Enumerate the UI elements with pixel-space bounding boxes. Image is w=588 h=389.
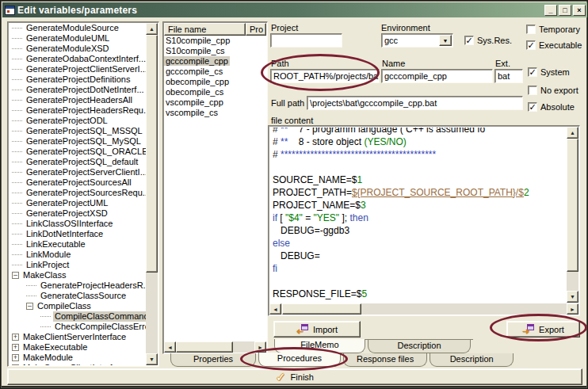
file-list-row[interactable]: gcccompile_cs bbox=[164, 67, 266, 77]
tree-item[interactable]: GenerateClassSource bbox=[9, 291, 146, 301]
file-content-editor[interactable]: # ** 7 - programm language ( C++ is assu… bbox=[268, 125, 580, 316]
tree-item[interactable]: CheckCompileClassError bbox=[9, 322, 146, 332]
checkbox-box[interactable] bbox=[526, 25, 536, 34]
full-path-field[interactable]: \projects\bat\gcccompile_cpp.bat bbox=[307, 96, 523, 110]
tree-item[interactable]: GenerateProjectHeadersR... bbox=[9, 280, 146, 291]
expand-icon[interactable]: + bbox=[12, 364, 19, 365]
path-field[interactable]: ROOT_PATH%/projects/bat bbox=[270, 69, 380, 83]
tree-item[interactable]: LinkModule bbox=[9, 250, 146, 260]
tree-item[interactable]: –MakeClass bbox=[9, 270, 146, 280]
tree-item[interactable]: GenerateOdabaContextInterf... bbox=[9, 54, 146, 64]
tree-scroll-down-icon[interactable]: ▼ bbox=[146, 353, 158, 365]
checkbox-sys-res[interactable]: ✓Sys.Res. bbox=[464, 36, 512, 45]
code-scroll-left-icon[interactable]: ◄ bbox=[269, 303, 281, 315]
checkbox-box[interactable]: ✓ bbox=[464, 36, 474, 45]
tree-item[interactable]: GenerateProjectUML bbox=[9, 198, 146, 208]
code-viewport[interactable]: # ** 7 - programm language ( C++ is assu… bbox=[270, 128, 566, 302]
file-list-row[interactable]: S10compile_cs bbox=[164, 46, 266, 56]
filelist-scroll-right-icon[interactable]: ► bbox=[254, 341, 266, 353]
tree-item[interactable]: CompileClassCommand bbox=[9, 311, 146, 322]
expand-icon[interactable]: + bbox=[12, 334, 19, 341]
file-list-row[interactable]: vscompile_cpp bbox=[164, 97, 266, 108]
checkbox-absolute[interactable]: ✓Absolute bbox=[528, 102, 575, 112]
checkbox-box[interactable] bbox=[528, 86, 537, 95]
finish-button[interactable]: ✓ Finish bbox=[7, 368, 582, 385]
tree-item[interactable]: GenerateProjectODL bbox=[9, 116, 146, 126]
tree-connector bbox=[12, 193, 22, 193]
tree-item[interactable]: –CompileClass bbox=[9, 301, 146, 311]
tab-properties[interactable]: Properties bbox=[170, 353, 256, 367]
tree-item[interactable]: GenerateModuleSource bbox=[9, 23, 146, 33]
tree-item[interactable]: GenerateProjectSQL_ORACLE bbox=[9, 147, 146, 157]
column-header-file-name[interactable]: File name bbox=[164, 23, 246, 36]
tree-item[interactable]: GenerateProjectClientServerI... bbox=[9, 64, 146, 74]
tree-item[interactable]: GenerateProjectSQL_MySQL bbox=[9, 136, 146, 147]
checkbox-executable[interactable]: ✓Executable bbox=[526, 40, 582, 50]
filelist-scroll-thumb[interactable] bbox=[176, 341, 233, 353]
tab-response-files[interactable]: Response files bbox=[343, 353, 427, 367]
import-button[interactable]: ➜ Import bbox=[273, 321, 361, 338]
tab-procedures[interactable]: Procedures bbox=[258, 353, 341, 367]
environment-dropdown-icon[interactable]: ▼ bbox=[439, 35, 452, 46]
tree-item[interactable]: GenerateProjectXSD bbox=[9, 208, 146, 219]
file-list[interactable]: File name Pro S10compile_cppS10compile_c… bbox=[162, 21, 268, 354]
checkbox-temporary[interactable]: Temporary bbox=[526, 25, 580, 34]
tree-item[interactable]: +MakeModule bbox=[9, 353, 146, 363]
file-list-row[interactable]: obecompile_cs bbox=[164, 87, 266, 97]
tree-item[interactable]: GenerateProjectHeadersAll bbox=[9, 95, 146, 105]
tree-item[interactable]: GenerateProjectHeadersRequ... bbox=[9, 105, 146, 116]
tree-item[interactable]: LinkClassOSIInterface bbox=[9, 219, 146, 229]
maximize-button[interactable]: □ bbox=[559, 5, 571, 16]
tree-item[interactable]: GenerateProjectSQL_default bbox=[9, 157, 146, 167]
export-button[interactable]: ➜ Export bbox=[506, 321, 580, 338]
code-hscroll-thumb[interactable] bbox=[282, 303, 361, 315]
checkbox-system[interactable]: ✓System bbox=[528, 67, 570, 77]
filelist-scroll-left-icon[interactable]: ◄ bbox=[164, 341, 176, 353]
tree-scroll-up-icon[interactable]: ▲ bbox=[146, 23, 158, 35]
tree-item[interactable]: LinkExecutable bbox=[9, 239, 146, 250]
code-scroll-down-icon[interactable]: ▼ bbox=[567, 291, 578, 303]
close-button[interactable]: × bbox=[573, 5, 586, 16]
tree-item[interactable]: GenerateProjectDotNetInterf... bbox=[9, 85, 146, 95]
tree-item[interactable]: GenerateProjectSourcesAll bbox=[9, 177, 146, 188]
file-list-row[interactable]: vscompile_cs bbox=[164, 108, 266, 118]
code-vscroll-thumb[interactable] bbox=[567, 139, 578, 272]
export-button-label: Export bbox=[539, 325, 564, 334]
tree-item[interactable]: GenerateProjectDefinitions bbox=[9, 74, 146, 85]
tree-item[interactable]: GenerateModuleXSD bbox=[9, 44, 146, 54]
tree-item[interactable]: +MakeExecutable bbox=[9, 342, 146, 353]
environment-select[interactable]: gcc ▼ bbox=[381, 33, 453, 48]
tab-filememo[interactable]: FileMemo bbox=[274, 339, 365, 353]
code-scroll-right-icon[interactable]: ► bbox=[567, 303, 578, 315]
title-bar[interactable]: Edit variables/parameters _ □ × bbox=[2, 2, 587, 17]
file-list-row[interactable]: gcccompile_cpp bbox=[164, 56, 266, 67]
file-list-row[interactable]: S10compile_cpp bbox=[164, 36, 266, 46]
tree-item[interactable]: GenerateProjectServerClientI... bbox=[9, 167, 146, 177]
ext-field[interactable]: bat bbox=[494, 69, 523, 83]
procedure-tree[interactable]: GenerateModuleSourceGenerateModuleUMLGen… bbox=[7, 21, 159, 367]
tree-item[interactable]: GenerateModuleUML bbox=[9, 33, 146, 44]
checkbox-box[interactable]: ✓ bbox=[528, 102, 537, 112]
file-list-row[interactable]: obecompile_cpp bbox=[164, 77, 266, 87]
project-field[interactable] bbox=[270, 33, 342, 48]
collapse-icon[interactable]: – bbox=[12, 272, 19, 279]
expand-icon[interactable]: + bbox=[12, 354, 19, 361]
collapse-icon[interactable]: – bbox=[26, 303, 33, 310]
minimize-button[interactable]: _ bbox=[544, 5, 557, 16]
tree-scroll-thumb[interactable] bbox=[146, 35, 158, 273]
tree-item[interactable]: LinkProject bbox=[9, 260, 146, 270]
tree-item[interactable]: LinkDotNetInterface bbox=[9, 229, 146, 239]
checkbox-box[interactable]: ✓ bbox=[526, 40, 536, 50]
expand-icon[interactable]: + bbox=[12, 344, 19, 351]
name-field[interactable]: gcccompile_cpp bbox=[381, 69, 493, 83]
code-scroll-up-icon[interactable]: ▲ bbox=[567, 127, 578, 139]
tree-item[interactable]: GenerateProjectSourcesRequ... bbox=[9, 188, 146, 198]
column-header-pro[interactable]: Pro bbox=[246, 23, 266, 36]
checkbox-box[interactable]: ✓ bbox=[528, 67, 537, 77]
tree-item[interactable]: GenerateProjectSQL_MSSQL bbox=[9, 126, 146, 136]
tree-item[interactable]: +MakeClientServerInterface bbox=[9, 332, 146, 342]
tree-item[interactable]: +MakeServerClientInterf... bbox=[9, 363, 146, 365]
tab-description[interactable]: Description bbox=[430, 353, 514, 367]
tab-description[interactable]: Description bbox=[368, 340, 471, 353]
checkbox-no-export[interactable]: No export bbox=[528, 86, 578, 95]
